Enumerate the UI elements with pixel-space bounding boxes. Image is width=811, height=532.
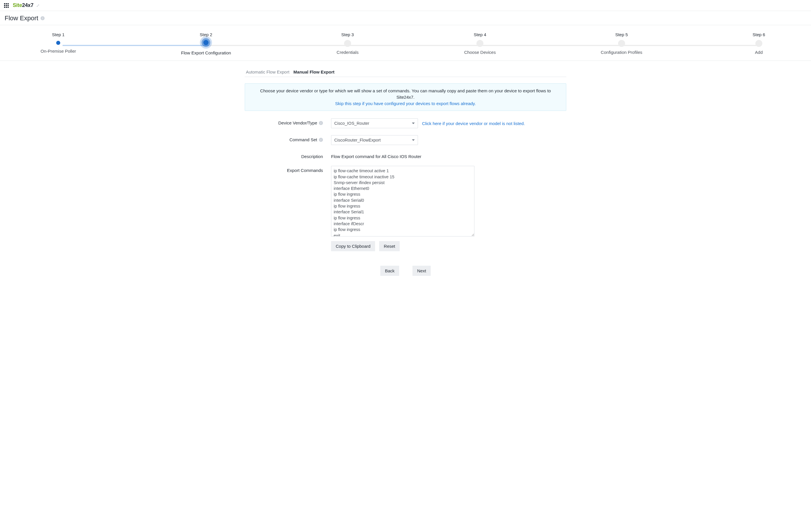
info-banner: Choose your device vendor or type for wh… xyxy=(245,83,566,111)
banner-text: Choose your device vendor or type for wh… xyxy=(260,88,551,99)
brand-logo[interactable]: Site24x7 xyxy=(13,2,33,9)
step-label: Credentials xyxy=(337,50,358,55)
step-label: Choose Devices xyxy=(464,50,495,55)
label-description: Description xyxy=(301,154,323,159)
copy-to-clipboard-button[interactable]: Copy to Clipboard xyxy=(331,241,375,251)
step-dot xyxy=(618,40,625,47)
apps-grid-icon[interactable] xyxy=(4,3,9,8)
step-label: Configuration Profiles xyxy=(601,50,642,55)
vendor-not-listed-link[interactable]: Click here if your device vendor or mode… xyxy=(422,121,525,126)
select-command-set-value: CiscoRouter_FlowExport xyxy=(334,138,381,142)
back-button[interactable]: Back xyxy=(380,266,399,276)
step-label: On-Premise Poller xyxy=(41,49,76,53)
select-vendor-type[interactable]: Cisco_IOS_Router xyxy=(331,119,418,128)
step-5[interactable]: Step 5Configuration Profiles xyxy=(601,32,642,55)
chevron-down-icon xyxy=(412,140,415,141)
chevron-down-icon xyxy=(412,123,415,124)
label-command-set: Command Set xyxy=(289,137,317,142)
step-dot xyxy=(203,40,209,45)
brand-text-green: Site xyxy=(13,2,22,8)
step-label: Flow Export Configuration xyxy=(181,50,231,55)
info-icon[interactable]: i xyxy=(319,138,323,142)
label-vendor-type: Device Vendor/Type xyxy=(278,121,317,125)
label-export-commands: Export Commands xyxy=(287,168,323,173)
step-number: Step 5 xyxy=(615,32,628,37)
info-icon[interactable]: i xyxy=(41,16,45,20)
step-2[interactable]: Step 2Flow Export Configuration xyxy=(181,32,231,55)
step-number: Step 3 xyxy=(341,32,354,37)
step-dot xyxy=(476,40,484,47)
fullscreen-icon[interactable]: ⤢ xyxy=(36,3,40,8)
export-commands-textarea[interactable] xyxy=(331,166,474,236)
step-number: Step 2 xyxy=(200,32,212,37)
skip-step-link[interactable]: Skip this step if you have configured yo… xyxy=(335,101,476,106)
step-dot xyxy=(55,40,61,46)
step-6[interactable]: Step 6Add xyxy=(747,32,770,55)
brand-text-dark: 24x7 xyxy=(22,2,33,8)
step-label: Add xyxy=(755,50,763,55)
step-4[interactable]: Step 4Choose Devices xyxy=(464,32,495,55)
subtab-bar: Automatic Flow Export Manual Flow Export xyxy=(245,68,566,77)
step-1[interactable]: Step 1On-Premise Poller xyxy=(41,32,76,55)
value-description: Flow Export command for All Cisco IOS Ro… xyxy=(331,152,422,159)
step-number: Step 1 xyxy=(52,32,65,37)
select-vendor-value: Cisco_IOS_Router xyxy=(334,121,369,126)
step-3[interactable]: Step 3Credentials xyxy=(336,32,359,55)
page-title: Flow Export xyxy=(5,14,38,22)
step-dot xyxy=(344,40,351,47)
step-dot xyxy=(755,40,762,47)
progress-stepper: Step 1On-Premise PollerStep 2Flow Export… xyxy=(41,32,770,55)
tab-automatic-flow-export[interactable]: Automatic Flow Export xyxy=(246,68,289,77)
next-button[interactable]: Next xyxy=(412,266,431,276)
tab-manual-flow-export[interactable]: Manual Flow Export xyxy=(293,68,335,77)
step-number: Step 6 xyxy=(752,32,765,37)
step-number: Step 4 xyxy=(474,32,486,37)
reset-button[interactable]: Reset xyxy=(379,241,400,251)
info-icon[interactable]: i xyxy=(319,121,323,125)
select-command-set[interactable]: CiscoRouter_FlowExport xyxy=(331,135,418,145)
